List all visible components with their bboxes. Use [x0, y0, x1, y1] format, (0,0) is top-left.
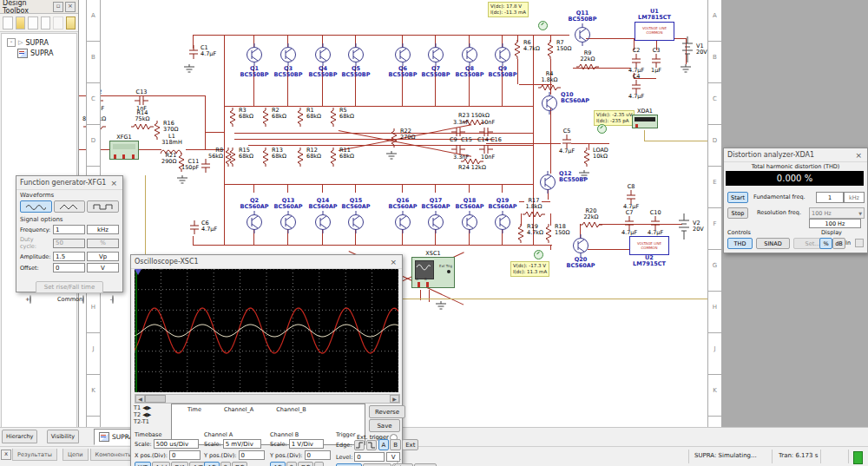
save-icon[interactable] [28, 16, 38, 30]
component-R1[interactable]: R168kΩ [297, 108, 321, 127]
channel-b-scale-input[interactable]: 1 V/Div [289, 439, 324, 449]
capacitor-bank[interactable]: 3.3nF 10nF C9 C15 C14 C16 3.3nF 10nF [450, 120, 503, 161]
spreadsheet-close-icon[interactable]: x [1, 450, 11, 460]
ground-symbol[interactable] [436, 301, 446, 312]
measurement-probe-label[interactable]: V(dc): -17.3 VI(dc): 11.3 mA [510, 261, 549, 277]
timebase-mode-add[interactable]: Add [152, 462, 171, 466]
t1-right-icon[interactable]: ▶ [147, 404, 151, 411]
component-R13[interactable]: R1368kΩ [262, 148, 286, 167]
close-icon[interactable]: × [65, 2, 76, 12]
component-R19[interactable]: R194.7kΩ [517, 224, 543, 243]
trigger-edge-b[interactable]: B [390, 439, 401, 450]
ground-symbol[interactable] [386, 151, 397, 161]
probe-icon[interactable] [597, 124, 607, 134]
fundamental-freq-input[interactable]: 1 [816, 192, 844, 203]
oscilloscope-window[interactable]: Oscilloscope-XSC1 × ◀ ▶ T1 ◀▶ T2 ◀▶ T2-T… [130, 254, 403, 466]
timebase-mode-ba[interactable]: B/A [171, 462, 188, 466]
amplitude-unit[interactable]: Vp [87, 252, 119, 261]
component-C3[interactable]: C31µF [651, 48, 661, 75]
component-R24[interactable]: R24 12kΩ [458, 158, 486, 171]
component-Q6[interactable]: Q6BC550BP [386, 43, 419, 79]
da-display-db[interactable]: dB [832, 238, 845, 249]
component-R17[interactable]: R171.8kΩ [523, 198, 545, 218]
component-Q15[interactable]: Q15BC560AP [339, 198, 372, 233]
component-R5[interactable]: R568kΩ [330, 108, 354, 127]
open-folder-icon[interactable] [16, 16, 26, 30]
panel-tab-visibility[interactable]: Visibility [47, 430, 79, 443]
square-wave-button[interactable] [87, 200, 119, 213]
channel-b-coupling-ac[interactable]: AC [270, 462, 286, 466]
xda1-instrument-icon[interactable]: XDA1 [632, 108, 658, 128]
probe-icon[interactable] [534, 250, 543, 259]
component-C1[interactable]: C14.7µF [188, 45, 216, 59]
component-R9[interactable]: R922kΩ [576, 50, 599, 70]
xsc1-instrument-icon[interactable]: XSC1Ext TrigAB [411, 251, 455, 288]
component-C2[interactable]: C24.7µF [628, 48, 644, 75]
trigger-edge-a[interactable]: A [378, 439, 390, 450]
component-R12[interactable]: R1268kΩ [297, 148, 321, 167]
channel-b-ypos-input[interactable]: 0 [305, 450, 331, 460]
timebase-xpos-input[interactable]: 0 [169, 450, 201, 460]
scope-close-icon[interactable]: × [388, 258, 398, 266]
da-control-thd[interactable]: THD [727, 238, 753, 249]
component-C10[interactable]: C104.7µF [648, 210, 663, 237]
component-C7[interactable]: C74.7µF [621, 210, 637, 237]
component-Q16[interactable]: Q16BC560AP [386, 198, 419, 233]
component-C6[interactable]: C64.7µF [189, 220, 217, 234]
reverse-button[interactable]: Reverse [369, 405, 405, 418]
component-Q10[interactable]: Q10BC560AP [540, 92, 589, 115]
component-C11[interactable]: C11150pF [181, 159, 211, 173]
function-generator-window[interactable]: Function generator-XFG1 × Waveforms Sign… [16, 175, 123, 292]
fg-minus-terminal[interactable]: - [110, 296, 114, 303]
new-window-icon[interactable] [41, 16, 51, 30]
component-R14[interactable]: R1475kΩ [131, 110, 154, 130]
spreadsheet-tab[interactable]: Цепи [62, 449, 89, 461]
new-schematic-icon[interactable] [3, 16, 13, 30]
panel-tab-hierarchy[interactable]: Hierarchy [2, 430, 37, 443]
fg-close-icon[interactable]: × [108, 179, 119, 187]
component-Q18[interactable]: Q18BC560AP [453, 198, 486, 233]
pin-icon[interactable]: ▫ [53, 2, 63, 12]
fg-plus-terminal[interactable]: + [25, 296, 31, 303]
amplitude-input[interactable]: 1.5 [53, 252, 85, 261]
component-Q8[interactable]: Q8BC550BP [453, 43, 486, 79]
component-Q11[interactable]: Q11BC550BP [566, 10, 599, 46]
da-close-icon[interactable]: × [853, 151, 864, 160]
xfg1-instrument-icon[interactable]: XFG1 [109, 135, 139, 160]
component-C4[interactable]: C44.7µF [628, 74, 644, 101]
component-R11[interactable]: R1168kΩ [330, 148, 354, 167]
component-Q17[interactable]: Q17BC560AP [419, 198, 452, 233]
timebase-scale-input[interactable]: 500 us/Div [154, 439, 199, 449]
timebase-mode-yt[interactable]: Y/T [135, 462, 151, 466]
channel-b-coupling-[interactable]: - [314, 462, 324, 466]
stop-button[interactable]: Stop [727, 207, 748, 219]
save-button[interactable]: Save [369, 419, 400, 432]
component-R4[interactable]: R41.8kΩ [538, 71, 561, 91]
component-R6[interactable]: R64.7kΩ [514, 40, 540, 59]
component-C5[interactable]: C54.7µF [559, 128, 575, 155]
rising-edge-icon[interactable] [354, 440, 365, 450]
triangle-wave-button[interactable] [54, 200, 86, 213]
offset-input[interactable]: 0 [53, 263, 85, 272]
component-R20[interactable]: R2022kΩ [580, 208, 602, 228]
scroll-left-icon[interactable]: ◀ [135, 395, 145, 403]
channel-a-coupling-0[interactable]: 0 [220, 462, 231, 466]
measurement-probe-label[interactable]: V(dc): 17.8 VI(dc): -11.3 mA [488, 2, 529, 17]
t2-right-icon[interactable]: ▶ [147, 411, 151, 418]
start-button[interactable]: Start [727, 192, 748, 203]
ground-symbol[interactable] [184, 64, 194, 75]
channel-b-coupling-0[interactable]: 0 [286, 462, 297, 466]
trigger-edge-ext[interactable]: Ext [402, 439, 418, 450]
distortion-analyzer-window[interactable]: Distortion analyzer-XDA1 × Total harmoni… [723, 148, 868, 253]
component-Q20[interactable]: Q20BC560AP [564, 234, 597, 270]
component-LOAD[interactable]: LOAD10kΩ [583, 148, 608, 167]
ground-symbol[interactable] [681, 64, 691, 75]
component-Q5[interactable]: Q5BC550BP [339, 43, 372, 79]
component-Q7[interactable]: Q7BC550BP [419, 43, 452, 79]
component-U1[interactable]: U1LM7815CTVOLTAGE LINECOMMON [635, 9, 674, 41]
scroll-right-icon[interactable]: ▶ [390, 395, 399, 403]
trigger-level-input[interactable]: 0 [354, 452, 385, 462]
component-Q2[interactable]: Q2BC560AP [238, 198, 271, 233]
ground-symbol[interactable] [177, 175, 187, 186]
scope-scrollbar[interactable]: ◀ ▶ [135, 394, 400, 404]
